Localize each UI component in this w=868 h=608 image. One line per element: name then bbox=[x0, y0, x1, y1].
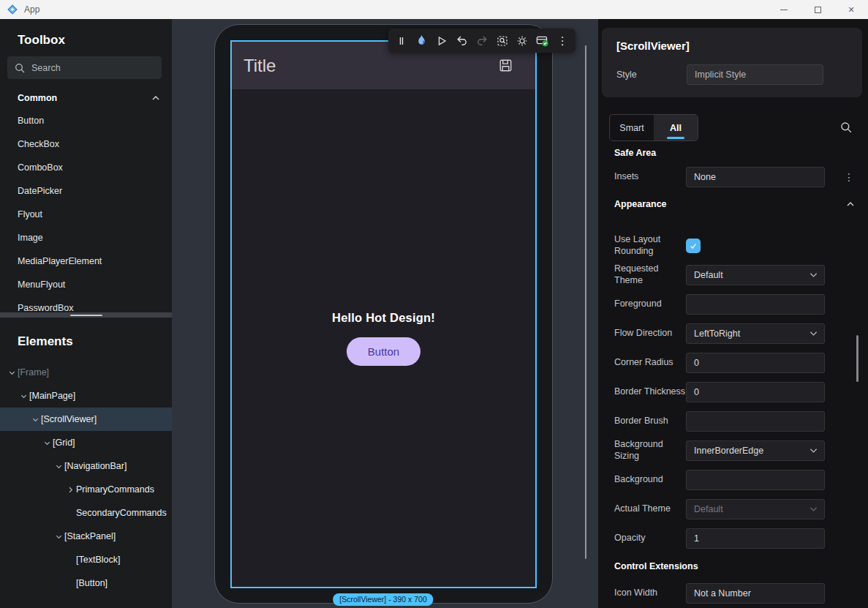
inspector-scrollbar[interactable] bbox=[856, 335, 858, 382]
elements-title: Elements bbox=[0, 334, 172, 349]
toolbar-drag-handle[interactable] bbox=[391, 29, 412, 53]
insets-input[interactable]: None bbox=[686, 167, 825, 187]
property-label: Insets bbox=[614, 171, 686, 183]
maximize-button[interactable] bbox=[801, 0, 834, 19]
sidebar-splitter[interactable] bbox=[0, 312, 172, 318]
background-input[interactable] bbox=[686, 470, 825, 490]
tab-all[interactable]: All bbox=[654, 115, 698, 140]
toolbox-item-image[interactable]: Image bbox=[0, 226, 172, 249]
toolbox-item-combobox[interactable]: ComboBox bbox=[0, 156, 172, 179]
property-label: Corner Radius bbox=[614, 357, 686, 369]
toolbox-item-datepicker[interactable]: DatePicker bbox=[0, 179, 172, 203]
background-sizing-select[interactable]: InnerBorderEdge bbox=[686, 440, 825, 461]
undo-button[interactable] bbox=[452, 29, 472, 53]
tab-label: Smart bbox=[619, 123, 644, 133]
more-options-button[interactable]: ⋮ bbox=[553, 29, 573, 53]
style-input[interactable]: Implicit Style bbox=[687, 64, 823, 85]
flow-direction-select[interactable]: LeftToRight bbox=[686, 323, 825, 344]
device-content-area: Hello Hot Design! Button bbox=[232, 89, 535, 587]
selected-element-title: [ScrollViewer] bbox=[616, 40, 852, 52]
save-icon[interactable] bbox=[499, 59, 513, 72]
connection-status-button[interactable] bbox=[532, 29, 553, 53]
tree-item-button[interactable]: [Button] bbox=[0, 571, 172, 595]
greeting-text: Hello Hot Design! bbox=[332, 311, 435, 325]
property-inspector: [ScrollViewer] Style Implicit Style Smar… bbox=[598, 19, 868, 608]
tree-item-grid[interactable]: [Grid] bbox=[0, 431, 172, 454]
toolbox-item-button[interactable]: Button bbox=[0, 109, 172, 132]
chevron-down-icon[interactable] bbox=[53, 462, 64, 470]
chevron-down-icon[interactable] bbox=[6, 369, 18, 377]
toolbox-item-passwordbox[interactable]: PasswordBox bbox=[0, 296, 172, 312]
tree-item-stackpanel[interactable]: [StackPanel] bbox=[0, 525, 172, 548]
device-button[interactable]: Button bbox=[347, 337, 420, 366]
section-appearance[interactable]: Appearance bbox=[598, 192, 868, 217]
selection-size-badge: [ScrollViewer] - 390 x 700 bbox=[333, 593, 433, 606]
close-button[interactable]: ✕ bbox=[834, 0, 868, 19]
tree-item-label: [Grid] bbox=[53, 438, 75, 448]
toolbox-search-input[interactable] bbox=[31, 63, 141, 73]
toolbox-item-checkbox[interactable]: CheckBox bbox=[0, 132, 172, 156]
play-button[interactable] bbox=[431, 29, 452, 53]
theme-toggle-button[interactable] bbox=[512, 29, 532, 53]
property-row-border-thickness: Border Thickness 0 bbox=[598, 378, 868, 407]
toolbox-item-mediaplayerelement[interactable]: MediaPlayerElement bbox=[0, 249, 172, 273]
design-canvas[interactable]: Title Hello Hot Design! Button [ScrollVi… bbox=[172, 19, 598, 608]
redo-button[interactable] bbox=[472, 29, 492, 53]
chevron-down-icon bbox=[809, 448, 818, 454]
chevron-right-icon[interactable] bbox=[64, 486, 76, 494]
corner-radius-input[interactable]: 0 bbox=[686, 353, 825, 373]
chevron-down-icon[interactable] bbox=[53, 533, 64, 541]
device-nav-title: Title bbox=[244, 56, 276, 76]
redo-icon bbox=[476, 34, 488, 47]
toolbox-item-flyout[interactable]: Flyout bbox=[0, 203, 172, 226]
tree-item-label: PrimaryCommands bbox=[76, 484, 154, 495]
check-icon bbox=[689, 241, 698, 250]
common-section-label: Common bbox=[18, 93, 57, 103]
toolbox-title: Toolbox bbox=[0, 33, 172, 48]
toolbox-item-label: PasswordBox bbox=[18, 303, 73, 312]
left-sidebar: Toolbox Common Button CheckBox ComboBox … bbox=[0, 19, 172, 608]
maximize-icon bbox=[815, 7, 821, 13]
chevron-up-icon bbox=[846, 200, 855, 208]
toolbox-search[interactable] bbox=[7, 56, 162, 79]
border-brush-input[interactable] bbox=[686, 411, 825, 432]
tree-item-secondarycommands[interactable]: SecondaryCommands bbox=[0, 501, 172, 525]
opacity-input[interactable]: 1 bbox=[686, 528, 825, 549]
chevron-down-icon[interactable] bbox=[41, 439, 53, 447]
foreground-input[interactable] bbox=[686, 294, 825, 315]
chevron-down-icon[interactable] bbox=[29, 416, 41, 424]
chevron-down-icon[interactable] bbox=[18, 392, 29, 400]
elements-panel: Elements [Frame] [MainPage] [ScrollViewe… bbox=[0, 318, 172, 608]
properties-search-button[interactable] bbox=[840, 121, 852, 133]
tree-item-frame[interactable]: [Frame] bbox=[0, 361, 172, 384]
toolbox-item-menuflyout[interactable]: MenuFlyout bbox=[0, 273, 172, 296]
tree-item-primarycommands[interactable]: PrimaryCommands bbox=[0, 478, 172, 501]
insets-more-icon[interactable]: ⋮ bbox=[844, 171, 858, 183]
border-thickness-input[interactable]: 0 bbox=[686, 382, 825, 402]
property-label: Use Layout Rounding bbox=[614, 234, 686, 257]
use-layout-rounding-checkbox[interactable] bbox=[686, 239, 701, 253]
actual-theme-select: Default bbox=[686, 499, 825, 519]
tree-item-scrollviewer[interactable]: [ScrollViewer] bbox=[0, 408, 172, 431]
tab-smart[interactable]: Smart bbox=[610, 115, 654, 140]
scrollviewer-selection-outline[interactable]: Title Hello Hot Design! Button bbox=[230, 40, 537, 588]
tree-item-label: SecondaryCommands bbox=[76, 508, 167, 518]
toolbox-section-common[interactable]: Common bbox=[0, 87, 172, 109]
more-icon: ⋮ bbox=[557, 35, 568, 46]
canvas-scrollbar[interactable] bbox=[585, 45, 586, 559]
drag-handle-icon bbox=[396, 35, 407, 47]
toolbox-item-label: MediaPlayerElement bbox=[18, 256, 102, 266]
property-label: Background Sizing bbox=[614, 439, 686, 462]
minimize-icon bbox=[780, 10, 788, 10]
hot-design-flame-button[interactable] bbox=[412, 29, 432, 53]
tree-item-textblock[interactable]: [TextBlock] bbox=[0, 548, 172, 571]
tree-item-label: [TextBlock] bbox=[76, 555, 120, 565]
element-picker-button[interactable] bbox=[492, 29, 513, 53]
minimize-button[interactable] bbox=[767, 0, 801, 19]
tree-item-mainpage[interactable]: [MainPage] bbox=[0, 384, 172, 408]
tree-item-label: [Frame] bbox=[18, 367, 49, 378]
requested-theme-select[interactable]: Default bbox=[686, 265, 825, 285]
icon-width-input[interactable]: Not a Number bbox=[686, 583, 825, 604]
tree-item-navigationbar[interactable]: [NavigationBar] bbox=[0, 454, 172, 478]
undo-icon bbox=[456, 34, 468, 47]
